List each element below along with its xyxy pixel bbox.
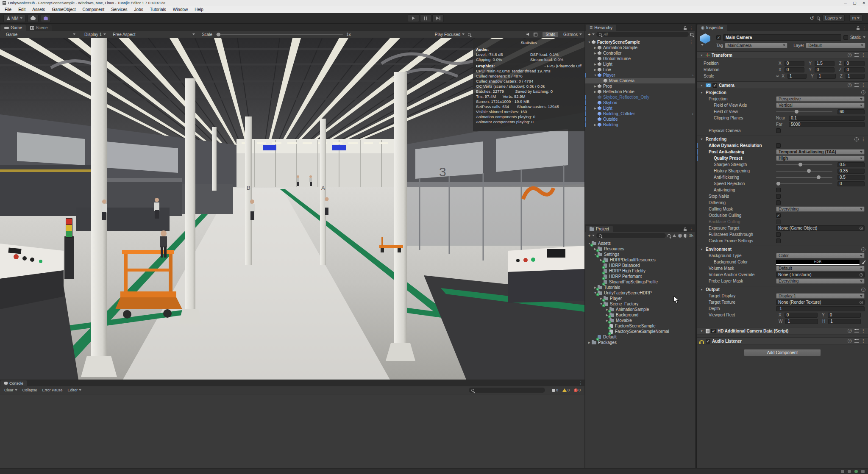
pause-button[interactable]: [420, 14, 431, 22]
layout-dropdown[interactable]: m: [849, 14, 862, 22]
hierarchy-item[interactable]: Global Volume: [585, 56, 695, 61]
camera-component-header[interactable]: ✓ Camera ? ⋮: [697, 81, 868, 89]
anti-flickering-slider[interactable]: [776, 177, 832, 178]
console-collapse-button[interactable]: Collapse: [20, 388, 39, 393]
display-dropdown[interactable]: Display 1: [81, 31, 109, 38]
speed-rejection-slider[interactable]: [776, 183, 832, 184]
menu-file[interactable]: File: [2, 7, 14, 12]
menu-jobs[interactable]: Jobs: [131, 7, 146, 12]
preset-icon[interactable]: [854, 53, 859, 57]
hierarchy-item-selected[interactable]: Main Camera: [585, 78, 695, 83]
console-editor-dropdown[interactable]: Editor: [66, 388, 84, 393]
static-dropdown-icon[interactable]: [863, 36, 865, 38]
post-aa-dropdown[interactable]: Temporal Anti-aliasing (TAA): [776, 149, 865, 155]
viewport-h-field[interactable]: 1: [828, 319, 861, 324]
scale-z-field[interactable]: 1: [846, 74, 865, 79]
active-checkbox[interactable]: ✓: [716, 35, 721, 40]
progress-icon[interactable]: [861, 470, 865, 473]
hierarchy-item[interactable]: Building: [585, 122, 695, 128]
tab-game[interactable]: Game: [0, 25, 26, 31]
exposure-target-field[interactable]: None (Game Object): [776, 225, 865, 231]
projection-section-header[interactable]: Projection ?: [697, 89, 868, 96]
history-sharpening-field[interactable]: 0.35: [837, 169, 865, 174]
preset-icon[interactable]: [854, 329, 859, 333]
fullscreen-passthrough-checkbox[interactable]: [776, 232, 781, 237]
camera-enabled-checkbox[interactable]: ✓: [712, 83, 717, 88]
speaker-icon[interactable]: [526, 33, 530, 36]
background-type-dropdown[interactable]: Color: [776, 253, 865, 258]
menu-services[interactable]: Services: [108, 7, 130, 12]
cache-status-icon[interactable]: [854, 470, 858, 473]
audio-listener-component-header[interactable]: ✓ Audio Listener ? ⋮: [697, 337, 868, 345]
project-item[interactable]: UnityFactorySceneHDRP: [585, 290, 695, 296]
depth-field[interactable]: -1: [776, 306, 865, 311]
environment-section-header[interactable]: Environment ?: [697, 246, 868, 252]
console-menu-icon[interactable]: ⋮: [579, 382, 583, 385]
menu-gameobject[interactable]: GameObject: [49, 7, 78, 12]
position-y-field[interactable]: 1.5: [815, 61, 835, 66]
project-item[interactable]: HDRPDefaultResources: [585, 257, 695, 263]
sharpen-strength-slider[interactable]: [776, 164, 832, 165]
object-picker-icon[interactable]: [860, 227, 863, 230]
menu-window[interactable]: Window: [170, 7, 191, 12]
hierarchy-item[interactable]: Skybox_Reflection_Only: [585, 94, 695, 100]
scale-slider[interactable]: [216, 34, 343, 35]
game-mode-dropdown[interactable]: Game: [3, 31, 79, 38]
culling-mask-dropdown[interactable]: Everything: [776, 206, 865, 212]
console-error-count[interactable]: !0: [572, 388, 582, 392]
project-search-input[interactable]: [596, 233, 666, 238]
hd-camera-data-component-header[interactable]: ✓ HD Additional Camera Data (Script) ? ⋮: [697, 327, 868, 335]
help-icon[interactable]: ?: [861, 90, 865, 94]
project-item[interactable]: Resources: [585, 246, 695, 252]
layer-dropdown[interactable]: Default: [806, 43, 865, 48]
account-dropdown[interactable]: MM: [3, 15, 25, 22]
help-icon[interactable]: ?: [848, 339, 852, 343]
project-item[interactable]: Settings: [585, 252, 695, 257]
project-item[interactable]: Default: [585, 334, 695, 340]
close-button[interactable]: ✕: [862, 1, 865, 5]
search-by-type-icon[interactable]: [668, 234, 670, 237]
rotation-y-field[interactable]: 0: [815, 67, 835, 72]
scale-y-field[interactable]: 1: [817, 74, 836, 79]
projection-dropdown[interactable]: Perspective: [776, 96, 865, 102]
project-item[interactable]: Background: [585, 312, 695, 318]
link-icon[interactable]: ∞: [776, 74, 779, 78]
hierarchy-search-input[interactable]: All: [596, 32, 689, 37]
help-icon[interactable]: ?: [848, 53, 852, 57]
stats-toggle[interactable]: Stats: [542, 32, 558, 37]
console-log-area[interactable]: [0, 394, 584, 468]
project-item[interactable]: HDRP Perfomant: [585, 274, 695, 279]
scale-x-field[interactable]: 1: [787, 74, 807, 79]
rotation-z-field[interactable]: 0: [844, 67, 865, 72]
vsync-icon[interactable]: [534, 33, 537, 36]
fov-slider[interactable]: [776, 111, 832, 112]
object-picker-icon[interactable]: [860, 273, 863, 277]
hierarchy-item[interactable]: Player›: [585, 72, 695, 78]
lock-icon[interactable]: [684, 28, 687, 30]
tab-hierarchy[interactable]: ☰Hierarchy: [586, 25, 616, 31]
panel-menu-icon[interactable]: ⋮: [689, 27, 693, 30]
console-info-count[interactable]: 0: [550, 388, 560, 392]
cloud-button[interactable]: [28, 15, 39, 22]
menu-tutorials[interactable]: Tutorials: [147, 7, 169, 12]
add-component-button[interactable]: Add Component: [744, 349, 821, 356]
rendering-section-header[interactable]: Rendering ?⋮: [697, 136, 868, 142]
position-x-field[interactable]: 0: [785, 61, 805, 66]
help-icon[interactable]: ?: [861, 247, 865, 252]
probe-layer-mask-dropdown[interactable]: Everything: [776, 278, 865, 284]
hierarchy-item[interactable]: Prop: [585, 83, 695, 89]
clip-far-field[interactable]: 5000: [789, 122, 865, 127]
tag-dropdown[interactable]: MainCamera: [725, 43, 787, 48]
menu-edit[interactable]: Edit: [15, 7, 28, 12]
component-menu-icon[interactable]: ⋮: [861, 339, 865, 343]
menu-assets[interactable]: Assets: [29, 7, 48, 12]
rotation-x-field[interactable]: 0: [785, 67, 805, 72]
dithering-checkbox[interactable]: [776, 200, 781, 205]
console-search-input[interactable]: [469, 388, 545, 393]
component-menu-icon[interactable]: ⋮: [861, 329, 865, 333]
project-item[interactable]: FactorySceneSampleNormal: [585, 329, 695, 334]
speed-rejection-field[interactable]: 0: [837, 181, 865, 186]
allow-dynamic-resolution-checkbox[interactable]: [776, 143, 781, 148]
eyedropper-icon[interactable]: [862, 260, 865, 263]
notifications-icon[interactable]: [848, 470, 851, 473]
